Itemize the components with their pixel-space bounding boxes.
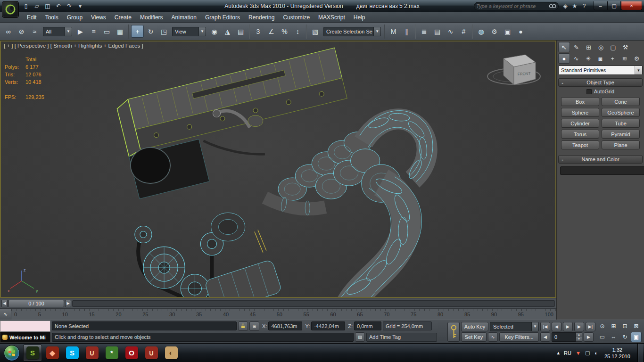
play-animation-button[interactable]: ▶ bbox=[563, 322, 573, 331]
menu-animation[interactable]: Animation bbox=[167, 13, 201, 22]
open-file-icon[interactable]: ▱ bbox=[32, 1, 42, 11]
keyboard-override-icon[interactable]: ▤ bbox=[234, 25, 247, 38]
menu-graph-editors[interactable]: Graph Editors bbox=[201, 13, 244, 22]
maximize-button[interactable]: ▢ bbox=[607, 1, 621, 10]
render-icon[interactable]: ● bbox=[514, 25, 527, 38]
menu-group[interactable]: Group bbox=[63, 13, 87, 22]
welcome-window-titlebar[interactable]: Welcome to Mi bbox=[0, 332, 50, 343]
render-setup-icon[interactable]: ⚙ bbox=[488, 25, 501, 38]
taskbar-download-manager-app[interactable]: ◆ bbox=[43, 345, 62, 362]
tray-downloads-icon[interactable]: ▼ bbox=[576, 350, 581, 356]
unlink-selection-icon[interactable]: ⊘ bbox=[15, 25, 28, 38]
save-file-icon[interactable]: ◫ bbox=[42, 1, 53, 11]
close-button[interactable]: × bbox=[621, 1, 642, 10]
taskbar-messenger-app[interactable]: * bbox=[102, 345, 121, 362]
lights-category[interactable]: ☀ bbox=[582, 53, 594, 64]
go-to-start-button[interactable]: |◀ bbox=[540, 322, 550, 331]
track-bar[interactable]: ∿ 05101520253035404550556065707580859095… bbox=[0, 308, 556, 320]
object-type-rollout-header[interactable]: -Object Type bbox=[558, 78, 643, 87]
selection-lock-toggle[interactable] bbox=[238, 321, 248, 331]
cameras-category[interactable]: ◙ bbox=[594, 53, 606, 64]
frame-spinner[interactable]: ▲▼ bbox=[576, 332, 582, 342]
motion-tab[interactable]: ◎ bbox=[595, 42, 607, 52]
help-icon[interactable]: ? bbox=[579, 2, 589, 10]
create-tab[interactable]: ↖ bbox=[558, 42, 570, 52]
current-frame-field[interactable]: 0 ▲▼ bbox=[552, 332, 582, 342]
menu-tools[interactable]: Tools bbox=[41, 13, 63, 22]
layer-manager-icon[interactable]: ≣ bbox=[418, 25, 430, 38]
hidden-icons-chevron[interactable]: ▴ bbox=[557, 350, 560, 356]
set-keys-button[interactable] bbox=[447, 322, 460, 342]
geometry-category[interactable]: ● bbox=[558, 53, 570, 64]
time-slider-handle[interactable]: 0 / 100 bbox=[8, 300, 64, 307]
menu-create[interactable]: Create bbox=[110, 13, 136, 22]
modify-tab[interactable]: ✎ bbox=[570, 42, 582, 52]
project-folder-icon[interactable]: ▾ bbox=[75, 1, 85, 11]
x-coordinate-field[interactable]: 4681,763m bbox=[268, 321, 302, 330]
angle-snap-icon[interactable]: ∠ bbox=[265, 25, 278, 38]
reference-coordinate-dropdown[interactable]: View▼ bbox=[172, 27, 206, 36]
utilities-tab[interactable]: ⚒ bbox=[619, 42, 631, 52]
y-coordinate-field[interactable]: -4422,04m bbox=[311, 321, 345, 330]
object-type-button-plane[interactable]: Plane bbox=[602, 140, 640, 149]
taskbar-paint-app[interactable]: ◐ bbox=[162, 345, 181, 362]
display-tab[interactable]: ▢ bbox=[607, 42, 619, 52]
object-type-button-cylinder[interactable]: Cylinder bbox=[561, 119, 599, 128]
search-binoculars-icon[interactable] bbox=[549, 3, 556, 9]
object-type-button-cone[interactable]: Cone bbox=[602, 97, 640, 106]
track-bar-scale[interactable]: 0510152025303540455055606570758085909510… bbox=[11, 309, 556, 320]
select-by-name-icon[interactable]: ≡ bbox=[87, 25, 100, 38]
autogrid-checkbox[interactable] bbox=[586, 89, 592, 94]
select-and-link-icon[interactable]: ∞ bbox=[2, 25, 15, 38]
select-object-icon[interactable]: ▶ bbox=[74, 25, 87, 38]
helpers-category[interactable]: + bbox=[607, 53, 619, 64]
time-forward-arrow[interactable]: ▶ bbox=[65, 300, 71, 307]
menu-views[interactable]: Views bbox=[87, 13, 110, 22]
material-editor-icon[interactable]: ◍ bbox=[475, 25, 487, 38]
object-type-button-torus[interactable]: Torus bbox=[561, 130, 599, 139]
menu-modifiers[interactable]: Modifiers bbox=[136, 13, 167, 22]
zoom-region-icon[interactable]: ▭ bbox=[597, 332, 608, 342]
hierarchy-tab[interactable]: ⊞ bbox=[583, 42, 594, 52]
go-to-end-button[interactable]: ▶| bbox=[586, 322, 595, 331]
start-button[interactable] bbox=[4, 345, 20, 361]
next-frame-button[interactable]: ▶ bbox=[574, 322, 584, 331]
new-scene-icon[interactable]: ▯ bbox=[21, 1, 31, 11]
show-desktop-button[interactable] bbox=[637, 344, 643, 362]
set-key-button[interactable]: Set Key bbox=[461, 332, 487, 342]
zoom-all-icon[interactable]: ⊞ bbox=[608, 321, 619, 331]
selection-filter-dropdown[interactable]: All▼ bbox=[43, 27, 72, 36]
search-input[interactable] bbox=[476, 3, 549, 9]
menu-rendering[interactable]: Rendering bbox=[244, 13, 279, 22]
object-name-input[interactable] bbox=[560, 166, 644, 175]
maximize-viewport-toggle-icon[interactable]: ▣ bbox=[631, 332, 642, 342]
zoom-extents-icon[interactable]: ⊡ bbox=[619, 321, 630, 331]
select-and-manipulate-icon[interactable]: ◮ bbox=[221, 25, 234, 38]
menu-customize[interactable]: Customize bbox=[279, 13, 314, 22]
spinner-snap-icon[interactable]: ↕ bbox=[291, 25, 304, 38]
previous-frame-button[interactable]: ◀ bbox=[552, 322, 561, 331]
curve-editor-icon[interactable]: ∿ bbox=[444, 25, 457, 38]
mirror-icon[interactable]: M bbox=[387, 25, 400, 38]
taskbar-magnet2-app[interactable]: ∪ bbox=[142, 345, 161, 362]
object-type-button-pyramid[interactable]: Pyramid bbox=[602, 130, 640, 139]
object-type-button-geosphere[interactable]: GeoSphere bbox=[602, 108, 640, 117]
edit-named-selections-icon[interactable]: ▧ bbox=[309, 25, 322, 38]
name-color-rollout-header[interactable]: -Name and Color bbox=[558, 155, 643, 164]
application-button[interactable] bbox=[2, 1, 19, 18]
window-crossing-icon[interactable]: ▦ bbox=[114, 25, 126, 38]
menu-maxscript[interactable]: MAXScript bbox=[314, 13, 349, 22]
mini-curve-editor-button[interactable]: ∿ bbox=[0, 309, 11, 320]
object-type-button-teapot[interactable]: Teapot bbox=[561, 140, 599, 149]
percent-snap-icon[interactable]: % bbox=[278, 25, 291, 38]
view-cube[interactable]: FRONT bbox=[481, 48, 545, 93]
shapes-category[interactable]: ∿ bbox=[570, 53, 582, 64]
taskbar-magnet-app[interactable]: ∪ bbox=[83, 345, 101, 362]
communication-center-icon[interactable]: ◈ bbox=[561, 2, 570, 10]
add-time-tag[interactable]: Add Time Tag bbox=[366, 333, 437, 342]
absolute-offset-toggle[interactable]: ⊞ bbox=[249, 321, 259, 331]
align-icon[interactable]: ∥ bbox=[400, 25, 413, 38]
object-type-button-sphere[interactable]: Sphere bbox=[561, 108, 599, 117]
orbit-icon[interactable]: ↻ bbox=[619, 332, 630, 342]
graphite-ribbon-icon[interactable]: ▤ bbox=[431, 25, 444, 38]
